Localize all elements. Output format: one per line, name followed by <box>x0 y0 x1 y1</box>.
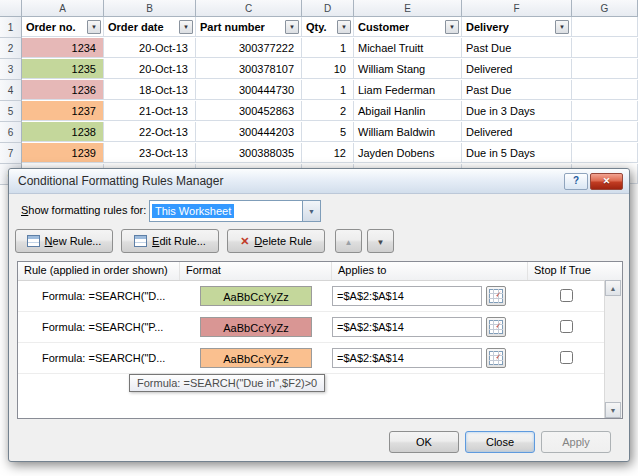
row-header[interactable]: 5 <box>0 101 22 122</box>
cell-customer[interactable]: Liam Federman <box>354 80 462 100</box>
cell-header-order-date[interactable]: Order date ▼ <box>104 17 196 37</box>
cell-order-no[interactable]: 1239 <box>22 143 104 163</box>
range-picker-button[interactable] <box>486 317 506 337</box>
cell-header-qty[interactable]: Qty. ▼ <box>302 17 354 37</box>
filter-dropdown-icon[interactable]: ▼ <box>87 20 101 34</box>
dialog-titlebar[interactable]: Conditional Formatting Rules Manager ? ✕ <box>9 169 629 194</box>
cell[interactable] <box>572 17 638 37</box>
cell-part-number[interactable]: 300444203 <box>196 122 302 142</box>
new-rule-button[interactable]: New Rule... <box>15 229 113 253</box>
cell-qty[interactable]: 2 <box>302 101 354 121</box>
cell[interactable] <box>572 80 638 100</box>
cell-order-date[interactable]: 22-Oct-13 <box>104 122 196 142</box>
applies-to-input[interactable]: =$A$2:$A$14 <box>332 348 482 368</box>
scroll-down-icon[interactable]: ▼ <box>605 402 621 418</box>
delete-rule-icon: ✕ <box>240 235 249 248</box>
filter-dropdown-icon[interactable]: ▼ <box>555 20 569 34</box>
stop-if-true-checkbox[interactable] <box>560 320 573 333</box>
cell[interactable] <box>572 38 638 58</box>
cell-qty[interactable]: 1 <box>302 38 354 58</box>
column-header-e[interactable]: E <box>354 0 462 17</box>
cell-customer[interactable]: Abigail Hanlin <box>354 101 462 121</box>
cell[interactable] <box>572 101 638 121</box>
stop-if-true-checkbox[interactable] <box>560 289 573 302</box>
cell-qty[interactable]: 12 <box>302 143 354 163</box>
rule-row[interactable]: Formula: =SEARCH("P... AaBbCcYyZz =$A$2:… <box>18 312 622 343</box>
column-header-a[interactable]: A <box>22 0 104 17</box>
applies-to-input[interactable]: =$A$2:$A$14 <box>332 286 482 306</box>
row-header[interactable]: 3 <box>0 59 22 80</box>
cell-delivery[interactable]: Due in 5 Days <box>462 143 572 163</box>
rule-row[interactable]: Formula: =SEARCH("D... AaBbCcYyZz =$A$2:… <box>18 281 622 312</box>
cell-order-no[interactable]: 1234 <box>22 38 104 58</box>
rule-row[interactable]: Formula: =SEARCH("D... AaBbCcYyZz =$A$2:… <box>18 343 622 374</box>
cell-order-date[interactable]: 18-Oct-13 <box>104 80 196 100</box>
cell-order-date[interactable]: 20-Oct-13 <box>104 59 196 79</box>
cell-delivery[interactable]: Past Due <box>462 80 572 100</box>
row-header[interactable]: 7 <box>0 143 22 164</box>
column-header-c[interactable]: C <box>196 0 302 17</box>
cell-part-number[interactable]: 300388035 <box>196 143 302 163</box>
cell[interactable] <box>572 59 638 79</box>
row-header[interactable]: 4 <box>0 80 22 101</box>
move-up-button[interactable]: ▲ <box>335 229 362 253</box>
filter-dropdown-icon[interactable]: ▼ <box>179 20 193 34</box>
cell-customer[interactable]: William Stang <box>354 59 462 79</box>
range-picker-button[interactable] <box>486 348 506 368</box>
cell-order-date[interactable]: 20-Oct-13 <box>104 38 196 58</box>
cell-header-part-number[interactable]: Part number ▼ <box>196 17 302 37</box>
apply-button[interactable]: Apply <box>541 431 611 453</box>
edit-rule-button[interactable]: Edit Rule... <box>121 229 219 253</box>
cell[interactable] <box>572 122 638 142</box>
stop-if-true-checkbox[interactable] <box>560 351 573 364</box>
filter-dropdown-icon[interactable]: ▼ <box>285 20 299 34</box>
cell-order-date[interactable]: 21-Oct-13 <box>104 101 196 121</box>
move-down-button[interactable]: ▼ <box>367 229 394 253</box>
row-header[interactable]: 1 <box>0 17 22 38</box>
cell-order-no[interactable]: 1238 <box>22 122 104 142</box>
column-header-d[interactable]: D <box>302 0 354 17</box>
cell-order-date[interactable]: 23-Oct-13 <box>104 143 196 163</box>
cell-delivery[interactable]: Due in 3 Days <box>462 101 572 121</box>
format-preview: AaBbCcYyZz <box>200 317 312 337</box>
cell-order-no[interactable]: 1236 <box>22 80 104 100</box>
cell-part-number[interactable]: 300444730 <box>196 80 302 100</box>
close-button[interactable]: ✕ <box>590 173 623 190</box>
cell-customer[interactable]: Michael Truitt <box>354 38 462 58</box>
vertical-scrollbar[interactable]: ▲ ▼ <box>604 280 622 418</box>
scope-dropdown[interactable]: This Worksheet ▼ <box>149 200 321 222</box>
help-button[interactable]: ? <box>564 173 588 190</box>
cell-delivery[interactable]: Delivered <box>462 59 572 79</box>
dropdown-arrow-icon[interactable]: ▼ <box>302 201 320 221</box>
cell-qty[interactable]: 10 <box>302 59 354 79</box>
column-header-g[interactable]: G <box>572 0 638 17</box>
cell-customer[interactable]: Jayden Dobens <box>354 143 462 163</box>
column-header-b[interactable]: B <box>104 0 196 17</box>
cell-customer[interactable]: William Baldwin <box>354 122 462 142</box>
close-dialog-button[interactable]: Close <box>465 431 535 453</box>
row-header[interactable]: 2 <box>0 38 22 59</box>
row-header[interactable]: 6 <box>0 122 22 143</box>
filter-dropdown-icon[interactable]: ▼ <box>445 20 459 34</box>
cell-order-no[interactable]: 1237 <box>22 101 104 121</box>
cell-delivery[interactable]: Delivered <box>462 122 572 142</box>
column-header-f[interactable]: F <box>462 0 572 17</box>
cell-order-no[interactable]: 1235 <box>22 59 104 79</box>
filter-dropdown-icon[interactable]: ▼ <box>337 20 351 34</box>
cell[interactable] <box>572 143 638 163</box>
select-all-corner[interactable] <box>0 0 22 17</box>
delete-rule-button[interactable]: ✕ Delete Rule <box>227 229 325 253</box>
cell-header-customer[interactable]: Customer ▼ <box>354 17 462 37</box>
scroll-up-icon[interactable]: ▲ <box>605 280 621 296</box>
cell-part-number[interactable]: 300378107 <box>196 59 302 79</box>
cell-qty[interactable]: 5 <box>302 122 354 142</box>
cell-part-number[interactable]: 300377222 <box>196 38 302 58</box>
cell-part-number[interactable]: 300452863 <box>196 101 302 121</box>
range-picker-button[interactable] <box>486 286 506 306</box>
cell-header-delivery[interactable]: Delivery ▼ <box>462 17 572 37</box>
cell-header-order-no[interactable]: Order no. ▼ <box>22 17 104 37</box>
applies-to-input[interactable]: =$A$2:$A$14 <box>332 317 482 337</box>
cell-delivery[interactable]: Past Due <box>462 38 572 58</box>
ok-button[interactable]: OK <box>389 431 459 453</box>
cell-qty[interactable]: 1 <box>302 80 354 100</box>
